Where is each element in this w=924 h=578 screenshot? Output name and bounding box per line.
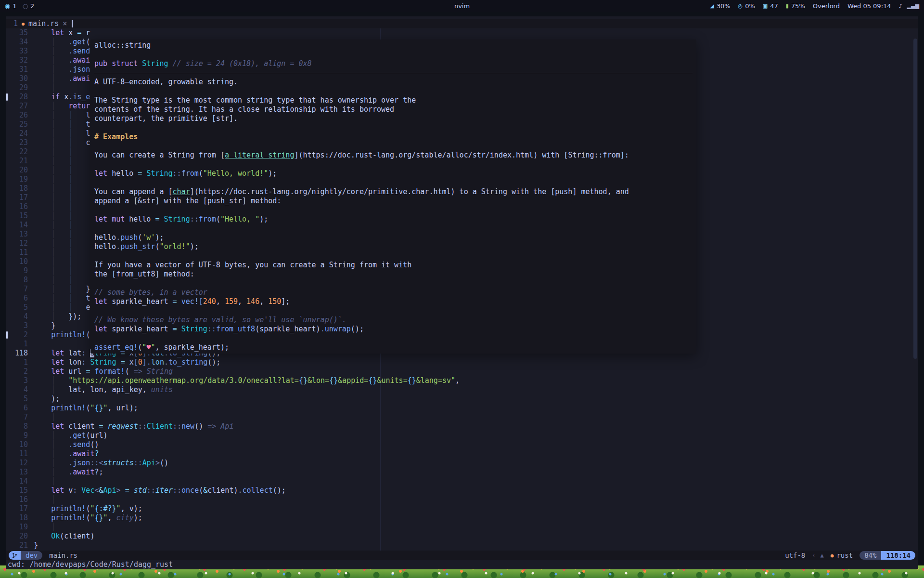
code-text: │ retur: [34, 102, 90, 110]
indent-guide: │: [68, 111, 73, 119]
token: 146: [246, 297, 259, 306]
command-line[interactable]: cwd: /home/devpaps/Code/Rust/dagg_rust: [6, 560, 918, 569]
code-line[interactable]: 21}: [6, 541, 918, 550]
doc-line: hello.push_str("orld!");: [94, 242, 693, 251]
tray-icon[interactable]: ♪: [899, 3, 902, 9]
tab-filename: main.rs: [28, 19, 59, 28]
token: {}: [408, 376, 416, 385]
code-line[interactable]: 9 │ .get(url): [6, 431, 918, 440]
code-line[interactable]: 1 let lon: String = x[0].lon.to_string()…: [6, 358, 918, 367]
code-line[interactable]: 13 │ .await?;: [6, 468, 918, 477]
workspace-button[interactable]: ○2: [23, 2, 35, 10]
rust-icon: ●: [831, 552, 834, 559]
token: [34, 138, 51, 147]
doc-line: [94, 142, 693, 151]
code-line[interactable]: 8 let client = reqwest::Client::new() =>…: [6, 422, 918, 431]
code-text: let client = reqwest::Client::new() => A…: [34, 422, 233, 431]
code-text: │ │: [34, 257, 73, 266]
tab-main-rs[interactable]: 1 ● main.rs ×: [9, 19, 72, 28]
doc-link[interactable]: a literal string: [225, 151, 295, 159]
token: ): [316, 325, 321, 333]
code-line[interactable]: 3 │ "https://api.openweathermap.org/data…: [6, 376, 918, 385]
token: [34, 193, 51, 202]
token: city: [116, 513, 134, 522]
code-line[interactable]: 4 │ lat, lon, api_key, units: [6, 385, 918, 394]
code-line[interactable]: 2 let url = format!( => String: [6, 367, 918, 376]
doc-line: contents of the string. It has a close r…: [94, 105, 693, 114]
token: ::: [173, 486, 181, 495]
token: [34, 266, 51, 275]
token: [55, 303, 68, 312]
token: [34, 147, 51, 156]
token: &lon=: [308, 376, 329, 385]
code-line[interactable]: 12 │ .json::<structs::Api>(): [6, 459, 918, 468]
code-line[interactable]: 11 │ .await?: [6, 449, 918, 459]
token: ?: [94, 449, 99, 458]
code-text: │ .get(url): [34, 431, 108, 440]
token: [121, 486, 125, 495]
token: [55, 111, 68, 119]
scrollbar[interactable]: [913, 39, 917, 359]
token: .: [164, 358, 168, 367]
indent-guide: │: [51, 147, 55, 156]
line-number: 12: [6, 459, 34, 468]
code-line[interactable]: 10 │ .send(): [6, 440, 918, 449]
indent-guide: │: [51, 65, 55, 74]
indent-guide: │: [51, 56, 55, 65]
token: [77, 486, 81, 495]
code-line[interactable]: 35 let x = r: [6, 28, 918, 38]
line-number: 10: [6, 440, 34, 449]
line-number: 19: [6, 523, 34, 532]
code-line[interactable]: 7 │: [6, 413, 918, 422]
doc-line: counterpart, the primitive [str].: [94, 114, 693, 123]
tab-close-icon[interactable]: ×: [63, 19, 67, 28]
indent-guide: │: [51, 221, 55, 229]
token: .: [68, 74, 73, 83]
git-branch-name[interactable]: dev: [21, 551, 42, 560]
code-text: │ │ c: [34, 138, 90, 147]
token: [34, 449, 51, 458]
indent-guide: │: [51, 413, 55, 421]
code-line[interactable]: 5 );: [6, 394, 918, 404]
token: [73, 129, 86, 138]
token: [55, 202, 68, 211]
token: [34, 376, 51, 385]
code-line[interactable]: 19 │: [6, 523, 918, 532]
code-line[interactable]: 14 │: [6, 477, 918, 486]
indent-guide: │: [68, 193, 73, 202]
tray-icon[interactable]: ▂▄▆: [907, 3, 919, 9]
tab-index: 1: [13, 19, 18, 28]
code-text: │ .await?;: [34, 468, 103, 476]
code-text: println!("{}", url);: [34, 404, 138, 412]
code-text: │ │: [34, 276, 73, 284]
code-line[interactable]: 16 │: [6, 495, 918, 504]
token: );: [190, 242, 199, 251]
code-line[interactable]: 18 println!("{}", city);: [6, 513, 918, 523]
token: (: [125, 367, 129, 376]
code-line[interactable]: 15 let v: Vec<&Api> = std::iter::once(&c…: [6, 486, 918, 495]
doc-link[interactable]: char: [173, 187, 190, 196]
token: .: [68, 38, 73, 46]
workspace-button[interactable]: ◉1: [5, 2, 17, 10]
code-text: │: [34, 523, 55, 531]
line-number: 11: [6, 449, 34, 459]
token: [73, 294, 86, 302]
token: counterpart, the primitive [str].: [94, 114, 238, 123]
token: [55, 257, 68, 266]
token: (): [160, 459, 168, 467]
token: String: [181, 325, 207, 333]
indent-guide: │: [51, 312, 55, 321]
line-number: 3: [6, 376, 34, 385]
code-line[interactable]: 20 Ok(client): [6, 532, 918, 541]
doc-line: # Examples: [94, 132, 693, 142]
token: 159: [225, 297, 238, 306]
token: json: [73, 65, 90, 74]
indent-guide: │: [68, 138, 73, 147]
line-number: 5: [6, 394, 34, 404]
code-line[interactable]: 17 println!("{:#?}", v);: [6, 504, 918, 513]
token: [34, 111, 51, 119]
code-line[interactable]: 6 println!("{}", url);: [6, 404, 918, 413]
line-number: 20: [6, 532, 34, 541]
token: [73, 303, 86, 312]
token: is_e: [73, 92, 90, 101]
